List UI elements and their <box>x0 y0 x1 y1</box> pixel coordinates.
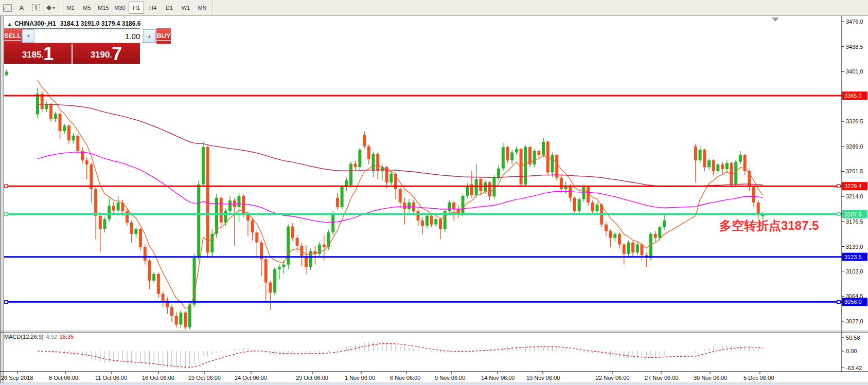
scroll-end-marker-icon <box>772 17 779 22</box>
timeframe-group: M1M5M15M30H1H4D1W1MN <box>62 2 210 14</box>
timeframe-button-MN[interactable]: MN <box>194 2 210 14</box>
time-tick-label: 24 Oct 06:00 <box>235 375 267 381</box>
price-tick-label: 3027.0 <box>846 318 863 324</box>
time-tick-label: 26 Sep 2018 <box>1 375 33 381</box>
timeframe-button-M30[interactable]: M30 <box>112 2 128 14</box>
time-tick-label: 8 Oct 06:00 <box>49 375 78 381</box>
time-tick-label: 27 Nov 06:00 <box>645 375 678 381</box>
timeframe-button-H1[interactable]: H1 <box>129 2 144 14</box>
price-tick-label: 3289.0 <box>846 143 863 150</box>
buy-button[interactable]: BUY <box>156 28 170 44</box>
volume-spinner: ▼ ▲ <box>22 29 156 43</box>
macd-tick-label: 0.00 <box>846 348 857 354</box>
one-click-trading-panel: SELL ▼ ▲ BUY 3185.1 3190.7 <box>4 28 140 64</box>
trend-annotation: 多空转折点3187.5 <box>719 217 819 234</box>
price-tick-label: 3214.0 <box>846 193 863 199</box>
shapes-icon[interactable]: ❖▾ <box>44 2 57 13</box>
toolbar-separator <box>212 1 213 14</box>
time-tick-label: 22 Nov 06:00 <box>596 375 629 381</box>
chart-title: ▲CHINA300-,H13184.1 3191.0 3179.4 3186.6 <box>7 20 140 27</box>
time-tick-label: 11 Oct 06:00 <box>95 375 127 381</box>
timeframe-button-H4[interactable]: H4 <box>145 2 161 14</box>
volume-input[interactable] <box>34 29 143 43</box>
price-badge: 3056.0 <box>844 299 862 305</box>
time-tick-label: 9 Nov 06:00 <box>435 375 465 381</box>
price-tick-label: 3476.0 <box>846 19 863 25</box>
text-box-icon[interactable]: T <box>29 2 43 13</box>
price-tick-label: 3139.0 <box>846 244 863 250</box>
price-badge: 3123.5 <box>844 254 862 260</box>
text-label-icon[interactable]: A <box>15 2 28 13</box>
macd-tick-label: 50.58 <box>846 335 860 341</box>
time-tick-label: 29 Oct 06:00 <box>296 375 328 381</box>
indicator-label: MACD(12,26,9)4.9218.35 <box>4 334 74 340</box>
price-badge: 3229.4 <box>844 183 862 189</box>
time-tick-label: 14 Nov 06:00 <box>481 375 515 381</box>
time-tick-label: 16 Oct 06:00 <box>142 375 174 381</box>
time-tick-label: 30 Nov 06:00 <box>694 375 727 381</box>
time-tick-label: 6 Nov 06:00 <box>390 375 420 381</box>
time-tick-label: 5 Dec 06:00 <box>743 375 774 381</box>
bid-price[interactable]: 3185.1 <box>4 44 73 64</box>
ask-price[interactable]: 3190.7 <box>73 44 140 64</box>
sell-button[interactable]: SELL <box>4 28 21 44</box>
collapse-icon[interactable]: ▲ <box>7 22 12 27</box>
price-tick-label: 3326.5 <box>846 118 863 124</box>
grid-template-icon[interactable]: F <box>1 2 14 13</box>
price-badge: 3187.5 <box>844 211 862 217</box>
time-tick-label: 1 Nov 06:00 <box>345 375 375 381</box>
ohlc-values: 3184.1 3191.0 3179.4 3186.6 <box>60 20 141 27</box>
toolbar: F A T ❖▾ M1M5M15M30H1H4D1W1MN <box>0 0 868 16</box>
timeframe-button-M15[interactable]: M15 <box>96 2 111 14</box>
timeframe-button-W1[interactable]: W1 <box>178 2 193 14</box>
price-tick-label: 3176.5 <box>846 218 863 225</box>
volume-decrease-button[interactable]: ▼ <box>22 29 34 43</box>
chevron-down-icon: ▾ <box>53 6 55 10</box>
price-tick-label: 3401.0 <box>846 68 863 75</box>
price-tick-label: 3102.0 <box>846 268 863 274</box>
price-tick-label: 3251.5 <box>846 168 863 174</box>
timeframe-button-M1[interactable]: M1 <box>63 2 78 14</box>
volume-increase-button[interactable]: ▲ <box>143 29 155 43</box>
time-tick-label: 19 Nov 06:00 <box>526 375 560 381</box>
price-tick-label: 3438.5 <box>846 44 863 50</box>
timeframe-button-D1[interactable]: D1 <box>162 2 177 14</box>
symbol-period-label: CHINA300-,H1 <box>14 20 56 27</box>
macd-tick-label: -63.42 <box>846 365 862 371</box>
toolbar-separator <box>60 1 60 14</box>
time-tick-label: 19 Oct 06:00 <box>188 375 221 381</box>
price-badge: 3365.0 <box>844 93 862 99</box>
timeframe-button-M5[interactable]: M5 <box>79 2 95 14</box>
